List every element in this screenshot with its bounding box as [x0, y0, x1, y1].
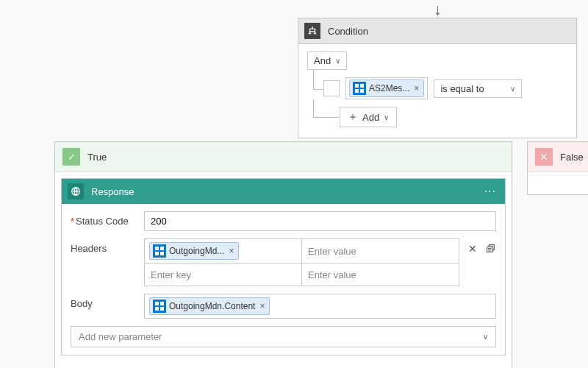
svg-rect-9: [155, 302, 159, 305]
logic-operator-dropdown[interactable]: And ∨: [307, 52, 347, 70]
condition-header[interactable]: Condition: [298, 18, 576, 44]
headers-row: Headers OutgoingMd...: [71, 238, 496, 286]
false-branch-card: ✕ False: [527, 141, 588, 195]
expression-token[interactable]: OutgoingMd... ×: [149, 242, 239, 260]
expression-token[interactable]: AS2Mes... ×: [349, 79, 424, 97]
token-remove-icon[interactable]: ×: [412, 83, 420, 93]
token-icon: [353, 82, 366, 95]
response-card: Response ··· *Status Code Headers: [61, 178, 506, 355]
svg-rect-10: [160, 302, 164, 305]
chevron-down-icon: ∨: [384, 113, 389, 121]
chevron-down-icon: ∨: [335, 57, 340, 65]
true-label: True: [87, 152, 107, 163]
token-text: OutgoingMd...: [169, 246, 224, 256]
true-branch-card: ✓ True Response ··· *Status Code Headers: [54, 141, 512, 368]
required-asterisk: *: [71, 216, 74, 227]
true-branch-header[interactable]: ✓ True: [55, 142, 512, 172]
operator-label: is equal to: [440, 83, 484, 94]
headers-grid: OutgoingMd... ×: [144, 238, 459, 286]
row-checkbox[interactable]: [323, 80, 340, 96]
body-label: Body: [71, 294, 144, 309]
add-parameter-label: Add new parameter: [79, 331, 162, 342]
logic-operator-label: And: [314, 55, 331, 66]
header-value-cell[interactable]: [302, 239, 459, 263]
svg-rect-3: [360, 89, 364, 93]
token-remove-icon[interactable]: ×: [227, 246, 235, 256]
switch-text-mode-icon[interactable]: 🗊: [486, 238, 496, 255]
condition-card: Condition And ∨ AS2Mes... × is equal to …: [298, 18, 577, 138]
header-value-input[interactable]: [306, 245, 454, 258]
token-text: AS2Mes...: [369, 83, 409, 93]
condition-icon: [304, 23, 320, 39]
response-icon: [68, 183, 84, 199]
svg-rect-5: [155, 247, 159, 250]
token-text: OutgoingMdn.Content: [169, 301, 255, 311]
condition-add-row: ＋ Add ∨: [340, 107, 567, 127]
token-remove-icon[interactable]: ×: [258, 301, 266, 311]
status-code-label: *Status Code: [71, 211, 144, 227]
check-icon: ✓: [62, 148, 80, 166]
expression-token[interactable]: OutgoingMdn.Content ×: [149, 297, 270, 315]
chevron-down-icon: ∨: [510, 85, 515, 93]
svg-rect-0: [355, 84, 359, 88]
svg-rect-8: [160, 252, 164, 255]
token-icon: [153, 244, 166, 258]
headers-label: Headers: [71, 238, 144, 254]
status-code-row: *Status Code: [71, 211, 496, 231]
header-row: OutgoingMd... ×: [145, 239, 459, 263]
more-menu-icon[interactable]: ···: [481, 185, 499, 198]
condition-row: AS2Mes... × is equal to ∨: [323, 77, 567, 99]
add-action-button[interactable]: Add an action: [55, 363, 512, 368]
add-parameter-dropdown[interactable]: Add new parameter ∨: [71, 326, 496, 347]
body-input[interactable]: OutgoingMdn.Content ×: [144, 294, 496, 319]
header-key-cell[interactable]: OutgoingMd... ×: [145, 239, 302, 263]
add-condition-button[interactable]: ＋ Add ∨: [340, 107, 397, 127]
token-icon: [153, 300, 166, 313]
status-code-input[interactable]: [144, 211, 496, 231]
plus-icon: ＋: [348, 110, 358, 124]
header-value-input[interactable]: [306, 269, 454, 281]
svg-rect-12: [160, 307, 164, 311]
operator-dropdown[interactable]: is equal to ∨: [434, 79, 522, 98]
header-key-cell[interactable]: [145, 263, 302, 286]
condition-left-value[interactable]: AS2Mes... ×: [345, 77, 428, 99]
condition-body: And ∨ AS2Mes... × is equal to ∨ ＋: [298, 44, 576, 138]
svg-rect-6: [160, 247, 164, 250]
header-key-input[interactable]: [149, 269, 297, 281]
svg-rect-2: [355, 89, 359, 93]
header-value-cell[interactable]: [302, 263, 459, 286]
flow-arrow-down: ↓: [434, 0, 442, 19]
chevron-down-icon: ∨: [483, 333, 488, 341]
svg-rect-7: [155, 252, 159, 255]
response-header[interactable]: Response ···: [62, 179, 505, 204]
body-row: Body OutgoingMdn.Content ×: [71, 294, 496, 319]
x-icon: ✕: [535, 148, 553, 166]
response-title: Response: [91, 186, 135, 197]
false-branch-header[interactable]: ✕ False: [528, 142, 588, 172]
svg-rect-11: [155, 307, 159, 311]
false-label: False: [560, 152, 584, 163]
remove-header-icon[interactable]: ✕: [465, 238, 480, 259]
condition-title: Condition: [328, 26, 368, 37]
header-row: [145, 263, 459, 286]
response-body: *Status Code Headers: [62, 204, 505, 355]
add-label: Add: [362, 112, 379, 123]
svg-rect-1: [360, 84, 364, 88]
